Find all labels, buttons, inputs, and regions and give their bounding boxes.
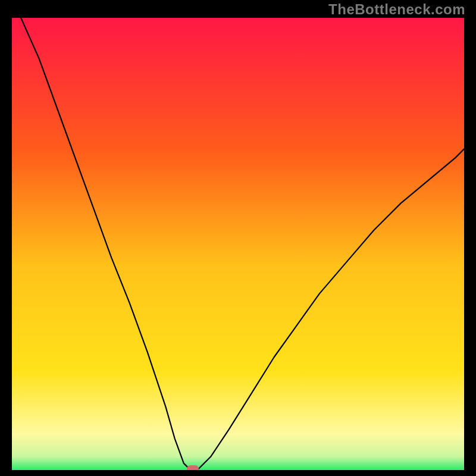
- gradient-background: [12, 18, 464, 470]
- watermark-text: TheBottleneck.com: [328, 1, 465, 18]
- chart-outer: TheBottleneck.com: [0, 0, 476, 476]
- chart-svg: [12, 18, 464, 470]
- minimum-marker: [187, 465, 199, 470]
- plot-area: [12, 18, 464, 470]
